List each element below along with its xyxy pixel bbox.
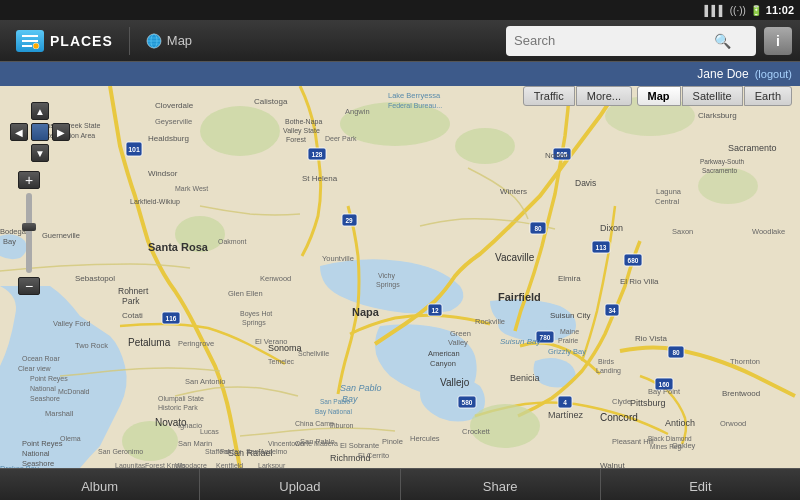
svg-text:Grizzly Bay: Grizzly Bay [548,347,586,356]
map-nav-button[interactable]: Map [138,29,200,53]
svg-text:Clear view: Clear view [18,365,52,372]
svg-text:Davis: Davis [575,178,596,188]
svg-text:Petaluma: Petaluma [128,337,171,348]
nav-down-button[interactable]: ▼ [31,144,49,162]
svg-text:Federal Bureau...: Federal Bureau... [388,102,442,109]
extra-tabs: Traffic More... [523,86,632,106]
album-button[interactable]: Album [0,469,200,501]
zoom-in-button[interactable]: + [18,171,40,189]
svg-text:McDonald: McDonald [58,388,90,395]
svg-text:Orwood: Orwood [720,419,746,428]
svg-text:Glen Ellen: Glen Ellen [228,289,263,298]
nav-left-button[interactable]: ◀ [10,123,28,141]
map-area[interactable]: 101 80 505 29 12 128 116 680 780 [0,86,800,468]
svg-text:Rockville: Rockville [475,317,505,326]
svg-text:El Cerrito: El Cerrito [358,451,389,460]
svg-text:Pittsburg: Pittsburg [630,398,666,408]
svg-text:Cloverdale: Cloverdale [155,101,194,110]
logout-link[interactable]: (logout) [755,68,792,80]
nav-up-button[interactable]: ▲ [31,102,49,120]
svg-text:Vallejo: Vallejo [440,377,470,388]
svg-text:Bay National: Bay National [315,408,352,416]
svg-text:Deer Park: Deer Park [325,135,357,142]
svg-text:Vichy: Vichy [378,272,395,280]
svg-text:Woodlake: Woodlake [752,227,785,236]
svg-text:Springs: Springs [376,281,400,289]
user-name: Jane Doe [697,67,748,81]
svg-text:Lucas: Lucas [200,428,219,435]
svg-text:Woodacre: Woodacre [175,462,207,468]
svg-text:Parkway-South: Parkway-South [700,158,744,166]
svg-text:Napa: Napa [352,306,380,318]
map-nav-label: Map [167,33,192,48]
svg-text:113: 113 [596,244,607,251]
svg-text:Healdsburg: Healdsburg [148,134,189,143]
nav-right-button[interactable]: ▶ [52,123,70,141]
svg-text:Bothe-Napa: Bothe-Napa [285,118,322,126]
svg-text:34: 34 [608,307,616,314]
zoom-out-button[interactable]: − [18,277,40,295]
svg-text:National: National [30,385,56,392]
svg-text:29: 29 [345,217,353,224]
map-tab[interactable]: Map [637,86,681,106]
satellite-tab[interactable]: Satellite [682,86,743,106]
svg-text:4: 4 [563,399,567,406]
svg-text:Prairie: Prairie [558,337,578,344]
info-button[interactable]: i [764,27,792,55]
svg-text:Bay Point: Bay Point [648,387,681,396]
svg-text:Kenwood: Kenwood [260,274,291,283]
svg-text:Saxon: Saxon [672,227,693,236]
places-button[interactable]: PLACES [8,26,121,56]
battery-icon: 🔋 [750,5,762,16]
svg-text:Canyon: Canyon [430,359,456,368]
svg-text:Guerneville: Guerneville [42,231,80,240]
svg-text:Ocean Roar: Ocean Roar [22,355,60,362]
edit-button[interactable]: Edit [601,469,800,501]
svg-text:Cotati: Cotati [122,311,143,320]
svg-text:Pinole: Pinole [382,437,403,446]
svg-text:Clyde: Clyde [612,397,631,406]
globe-icon [146,33,162,49]
zoom-thumb[interactable] [22,223,36,231]
svg-text:Rohnert: Rohnert [118,286,149,296]
zoom-controls: + − [18,171,40,295]
svg-point-11 [455,128,515,164]
svg-text:Geyserville: Geyserville [155,117,192,126]
traffic-tab[interactable]: Traffic [523,86,575,106]
svg-text:Lagunitas: Lagunitas [115,462,146,468]
svg-text:Clarksburg: Clarksburg [698,111,737,120]
svg-text:Valley: Valley [448,338,468,347]
svg-text:Mark West: Mark West [175,185,208,192]
earth-tab[interactable]: Earth [744,86,792,106]
svg-text:Two Rock: Two Rock [75,341,108,350]
share-button[interactable]: Share [401,469,601,501]
svg-text:128: 128 [312,151,323,158]
svg-text:San Anselmo: San Anselmo [246,448,287,455]
svg-text:Maine: Maine [560,328,579,335]
svg-text:El Rio Villa: El Rio Villa [620,277,659,286]
svg-text:Suisun Bay: Suisun Bay [500,337,541,346]
svg-text:Valley Ford: Valley Ford [53,319,90,328]
places-icon [16,30,44,52]
svg-text:St Helena: St Helena [302,174,338,183]
svg-text:Kentfield: Kentfield [216,462,243,468]
svg-text:Windsor: Windsor [148,169,178,178]
svg-text:Sacramento: Sacramento [702,167,737,174]
svg-text:Fairfield: Fairfield [498,291,541,303]
status-bar: ▌▌▌ ((·)) 🔋 11:02 [0,0,800,20]
svg-text:Green: Green [450,329,471,338]
search-input[interactable] [514,33,714,48]
svg-text:Boyes Hot: Boyes Hot [240,310,272,318]
upload-button[interactable]: Upload [200,469,400,501]
svg-text:Winters: Winters [500,187,527,196]
svg-text:American: American [428,349,460,358]
svg-text:Drakes Bay: Drakes Bay [0,464,39,468]
svg-text:Calistoga: Calistoga [254,97,288,106]
svg-text:Park: Park [122,296,140,306]
divider [129,27,130,55]
svg-text:Fairfax: Fairfax [220,448,242,455]
more-tab[interactable]: More... [576,86,632,106]
svg-text:Historic Park: Historic Park [158,404,198,411]
svg-text:Elmira: Elmira [558,274,581,283]
svg-text:Concord: Concord [600,412,638,423]
